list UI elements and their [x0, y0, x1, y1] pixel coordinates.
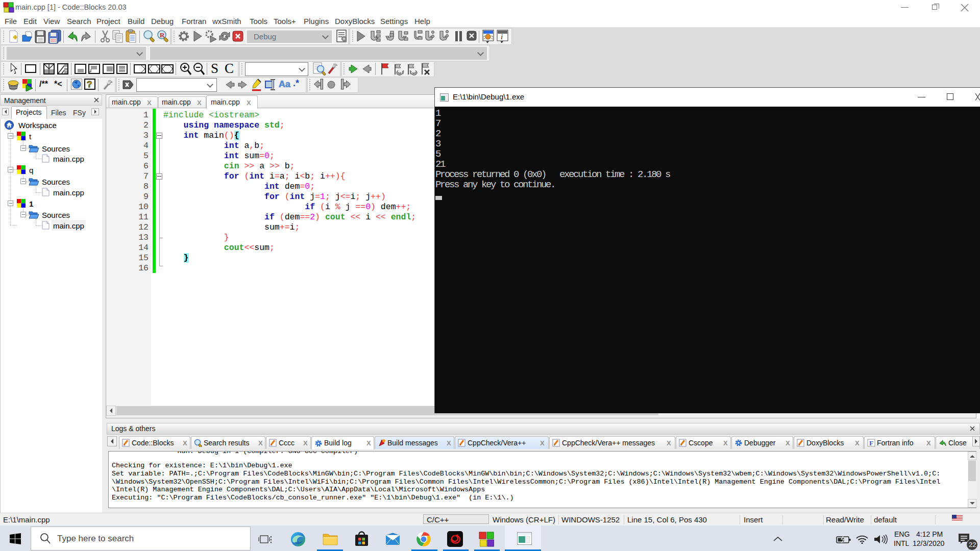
svg-text:F: F — [869, 439, 873, 447]
svg-text:i: i — [501, 33, 503, 41]
svg-text:?: ? — [87, 80, 92, 89]
svg-text:R: R — [160, 31, 165, 39]
